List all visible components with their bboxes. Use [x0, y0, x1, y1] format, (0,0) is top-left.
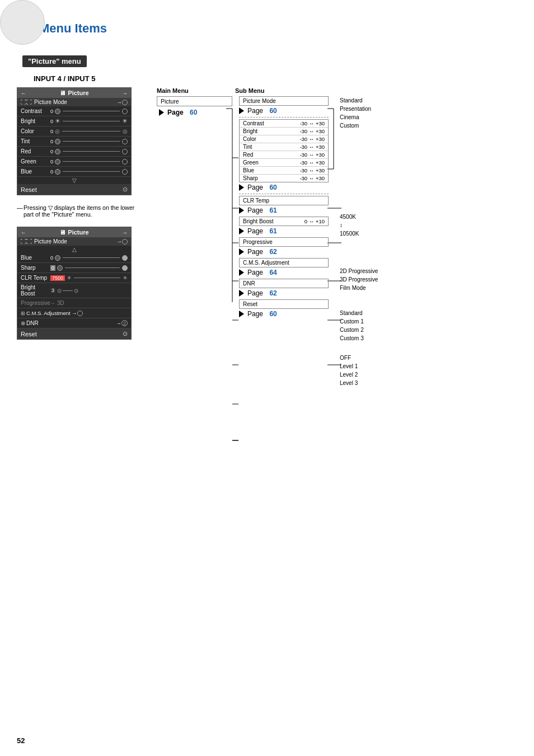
- blue-circle-right-bot: [122, 255, 128, 261]
- page-number-main: 60: [190, 109, 197, 116]
- color-icon-right: ◎: [123, 128, 128, 134]
- sub-dnr: DNR: [239, 279, 329, 288]
- arrow-icon-cms: [239, 269, 244, 276]
- sub-clr-temp: CLR Temp: [239, 196, 329, 205]
- arrow-icon-pm: [239, 107, 244, 114]
- pm-footer-top[interactable]: Reset ⊙: [17, 184, 131, 195]
- arrow-icon-bb: [239, 228, 244, 234]
- option-custom: Custom: [338, 121, 388, 130]
- page-title: Menu Items: [34, 10, 534, 36]
- main-content: ← 🖥 Picture → ⛶⛶ Picture Mode → Contrast…: [0, 87, 534, 387]
- sub-progressive: Progressive: [239, 237, 329, 247]
- sub-item-bright: Bright -30 ↔ +30: [240, 128, 328, 135]
- sub-cms: C.M.S. Adjustment: [239, 258, 329, 267]
- option-custom-1: Custom 1: [338, 317, 388, 326]
- pm-left-arrow-bottom[interactable]: ←: [21, 229, 26, 236]
- sub-picture-mode-page: Page 60: [239, 107, 329, 115]
- pm-row-cms[interactable]: ⊞ C.M.S. Adjustment →: [17, 308, 131, 318]
- pm-left-arrow[interactable]: ←: [21, 90, 26, 96]
- picture-mode-label-bottom: Picture Mode: [32, 238, 116, 245]
- options-progressive: 2D Progressive 3D Progressive Film Mode: [338, 267, 388, 292]
- pm-right-arrow-top[interactable]: →: [122, 90, 128, 96]
- pm-row-progressive: Progressive → 3D: [17, 298, 131, 308]
- option-4500k: 4500K: [338, 213, 388, 221]
- clr-temp-icon-left: ☀: [67, 275, 72, 281]
- reset-icon-bottom: ⊙: [123, 330, 128, 337]
- sub-item-red: Red -30 ↔ +30: [240, 151, 328, 159]
- sharp-circle-right: [122, 265, 128, 271]
- sub-item-contrast: Contrast -30 ↔ +30: [240, 120, 328, 128]
- reset-label-bottom: Reset: [21, 331, 37, 337]
- clr-temp-icon-right: ☀: [123, 275, 128, 281]
- sub-picture-mode: Picture Mode: [239, 96, 329, 106]
- pm-row-clr-temp: CLR Temp 7500 ☀ ☀: [17, 273, 131, 283]
- sub-clr-temp-page: Page 61: [239, 206, 329, 214]
- sub-reset-page: Page 60: [239, 310, 329, 318]
- menu-headers: Main Menu Sub Menu: [157, 87, 534, 94]
- left-column: ← 🖥 Picture → ⛶⛶ Picture Mode → Contrast…: [17, 87, 146, 387]
- sub-item-tint: Tint -30 ↔ +30: [240, 143, 328, 151]
- page-number-footer: 52: [17, 736, 25, 745]
- spacer-2b: [338, 261, 388, 267]
- main-menu-picture-item: Picture: [157, 96, 232, 106]
- pm-right-arrow-bottom[interactable]: →: [122, 229, 128, 236]
- sub-adjustment-section: Contrast -30 ↔ +30 Bright -30 ↔ +30 Colo…: [239, 119, 329, 182]
- pm-row-red: Red 0: [17, 147, 131, 157]
- sub-bright-boost-page: Page 61: [239, 227, 329, 235]
- pm-title-bottom: 🖥 Picture: [59, 229, 88, 236]
- pm-mode-circle-top: [122, 100, 128, 105]
- dashed-divider-top: [239, 117, 329, 118]
- dnr-icon: ⊗: [21, 320, 25, 326]
- cms-icon: ⊞: [21, 311, 25, 316]
- option-custom-3: Custom 3: [338, 334, 388, 342]
- pm-row-blue-top: Blue 0: [17, 167, 131, 177]
- reset-label-top: Reset: [21, 186, 37, 193]
- sub-item-color: Color -30 ↔ +30: [240, 135, 328, 143]
- spacer-3: [338, 292, 388, 309]
- blue-circle-left-top: [55, 169, 60, 175]
- sub-item-sharp: Sharp -30 ↔ +30: [240, 175, 328, 182]
- dashed-divider-mid: [239, 194, 329, 194]
- arrow-icon-reset: [239, 311, 244, 317]
- blue-circle-left-bot: [55, 255, 60, 261]
- pm-row-blue-bottom: Blue 0: [17, 253, 131, 263]
- option-custom-2: Custom 2: [338, 326, 388, 334]
- color-icon-left: ◎: [55, 128, 60, 134]
- blue-circle-right-top: [122, 169, 128, 175]
- pm-row-green: Green 0: [17, 157, 131, 167]
- picture-mode-label-top: Picture Mode: [32, 99, 116, 105]
- options-clr-temp: 4500K ↕ 10500K: [338, 213, 388, 238]
- spacer-1: [338, 130, 388, 213]
- spacer-4: [338, 342, 388, 354]
- reset-icon-top: ⊙: [123, 186, 128, 193]
- contrast-circle-left: [55, 109, 60, 114]
- pm-row-color: Color 0 ◎ ◎: [17, 126, 131, 137]
- dnr-circle: 2: [121, 320, 128, 326]
- picture-icon-top: 🖥: [59, 90, 65, 96]
- pm-mode-row-top[interactable]: ⛶⛶ Picture Mode →: [17, 98, 131, 106]
- picture-mode-arrow-bottom: →: [116, 238, 122, 245]
- page-label: Page: [167, 109, 184, 116]
- options-picture-mode: Standard Presentation Cinema Custom: [338, 96, 388, 130]
- options-cms: Standard Custom 1 Custom 2 Custom 3: [338, 309, 388, 342]
- header-circle-decoration: [0, 0, 45, 45]
- option-level-1: Level 1: [338, 362, 388, 370]
- input-label: INPUT 4 / INPUT 5: [34, 74, 534, 83]
- option-3d-progressive: 3D Progressive: [338, 275, 388, 284]
- pm-row-bright-top: Bright 0 ☀ ☀: [17, 116, 131, 126]
- sub-item-green: Green -30 ↔ +30: [240, 159, 328, 167]
- page-header: Menu Items: [0, 0, 534, 41]
- pm-row-dnr[interactable]: ⊗ DNR → 2: [17, 318, 131, 328]
- pm-mode-row-bottom[interactable]: ⛶⛶ Picture Mode →: [17, 237, 131, 246]
- pm-top-header: ← 🖥 Picture →: [17, 88, 131, 98]
- boost-icon-left: ⊙: [57, 288, 62, 294]
- pm-row-contrast: Contrast 0: [17, 106, 131, 116]
- boost-icon-right: ⊙: [74, 288, 78, 294]
- picture-mode-icon-bottom: ⛶⛶: [21, 238, 32, 245]
- arrow-icon-adj: [239, 184, 244, 191]
- main-menu-column: Picture Page 60: [157, 96, 232, 118]
- option-film-mode: Film Mode: [338, 284, 388, 292]
- main-menu-header: Main Menu: [157, 87, 229, 94]
- bright-icon-left: ☀: [55, 118, 60, 125]
- pm-footer-bottom[interactable]: Reset ⊙: [17, 328, 131, 339]
